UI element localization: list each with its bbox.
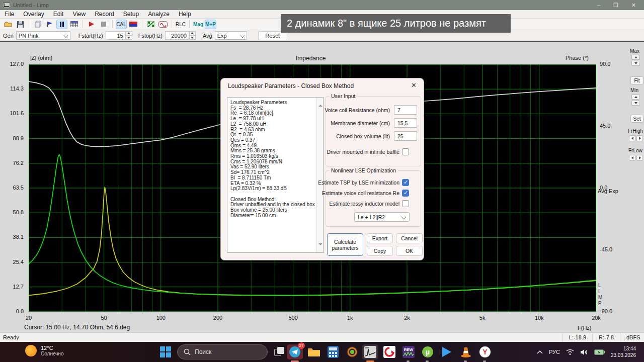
taskbar-icon-eye-app[interactable] bbox=[344, 344, 360, 359]
task-view-button[interactable] bbox=[274, 347, 284, 357]
taskbar-icon-rew[interactable]: REW bbox=[400, 344, 417, 359]
menu-item[interactable]: Overlay bbox=[19, 11, 48, 18]
parameters-textarea[interactable]: Loudspeaker ParametersFs = 28.76 HzRe = … bbox=[227, 97, 324, 253]
restore-button[interactable]: ❐ bbox=[613, 2, 618, 9]
frlow-label: FrLow bbox=[628, 148, 642, 153]
red-blue-bars-icon bbox=[129, 22, 137, 27]
app-icon bbox=[3, 3, 10, 8]
speaker-icon[interactable] bbox=[580, 349, 588, 355]
clock[interactable]: 13:44 23.03.2026 bbox=[611, 345, 636, 358]
open-button[interactable] bbox=[3, 20, 14, 29]
avg-select[interactable]: Exp bbox=[215, 31, 247, 40]
start-button[interactable] bbox=[160, 346, 171, 357]
taskbar-icon-utorrent[interactable]: µ bbox=[420, 344, 436, 359]
y-right-tick-label: -90.0 bbox=[600, 308, 612, 314]
taskbar-icon-arta-limp[interactable] bbox=[362, 344, 378, 359]
taskbar-icon-yandex[interactable]: Y bbox=[477, 344, 493, 359]
taskbar-icon-vlc[interactable] bbox=[458, 344, 474, 359]
fstop-label: Fstop(Hz) bbox=[138, 33, 163, 39]
green-percent-icon bbox=[147, 21, 154, 27]
toolbar-separator bbox=[112, 20, 113, 28]
weather-temp: 12°C bbox=[41, 345, 63, 351]
ok-button[interactable]: OK bbox=[396, 246, 423, 256]
inductor-model-select[interactable]: Le + L2||R2 bbox=[354, 212, 410, 222]
menu-item[interactable]: Analyze bbox=[143, 11, 174, 18]
estimate-re-checkbox[interactable] bbox=[402, 190, 409, 197]
toolbar-separator bbox=[172, 20, 172, 28]
pause-button[interactable] bbox=[56, 20, 67, 29]
taskbar-icon-media-player[interactable] bbox=[439, 344, 455, 359]
chart-title: Impedance bbox=[296, 55, 326, 62]
magnitude-button[interactable]: Mag bbox=[193, 20, 204, 29]
closed-box-volume-input[interactable]: 25 bbox=[394, 131, 417, 141]
taskbar-icon-calculator[interactable] bbox=[325, 344, 341, 359]
minimize-button[interactable]: – bbox=[597, 2, 600, 9]
fstop-input[interactable]: 20000 bbox=[165, 31, 189, 40]
infinite-baffle-checkbox[interactable] bbox=[402, 148, 409, 155]
tray-expand-icon[interactable] bbox=[537, 350, 543, 354]
menu-item[interactable]: Setup bbox=[119, 11, 143, 18]
set-button[interactable]: Set bbox=[630, 115, 643, 123]
overlay-flag-button[interactable] bbox=[44, 20, 55, 29]
membrane-diameter-input[interactable]: 15,5 bbox=[394, 118, 417, 128]
weather-widget[interactable]: 12°C Солнечно bbox=[25, 345, 63, 356]
max-spinner[interactable] bbox=[631, 55, 640, 66]
rlc-button[interactable]: RLC bbox=[175, 20, 186, 29]
search-box[interactable]: Поиск bbox=[177, 344, 268, 359]
magnitude-phase-button[interactable]: M+P bbox=[205, 20, 216, 29]
cancel-button[interactable]: Cancel bbox=[396, 233, 423, 243]
measurement-button[interactable] bbox=[145, 20, 156, 29]
loudspeaker-parameters-dialog: Loudspeaker Parameters - Closed Box Meth… bbox=[220, 78, 424, 260]
frlow-arrows[interactable] bbox=[629, 155, 643, 161]
min-spinner[interactable] bbox=[631, 95, 640, 106]
taskbar-icon-refresh-app[interactable] bbox=[381, 344, 397, 359]
copy-button[interactable] bbox=[32, 20, 43, 29]
signal-generator-button[interactable] bbox=[157, 20, 169, 29]
menu-item[interactable]: View bbox=[68, 11, 90, 18]
scroll-up-icon[interactable] bbox=[318, 99, 323, 105]
y-left-tick-label: 50.8 bbox=[13, 209, 24, 215]
menu-item[interactable]: Help bbox=[174, 11, 196, 18]
menu-item[interactable]: Edit bbox=[49, 11, 68, 18]
scrollbar[interactable] bbox=[316, 98, 323, 252]
fstart-input[interactable]: 15 bbox=[106, 31, 126, 40]
estimate-tsp-checkbox[interactable] bbox=[402, 179, 409, 186]
frhigh-arrows[interactable] bbox=[629, 135, 643, 141]
fstart-spinner[interactable] bbox=[126, 31, 132, 40]
language-indicator[interactable]: РУС bbox=[549, 349, 560, 355]
level-right: R:-7.8 bbox=[592, 333, 620, 342]
rew-icon: REW bbox=[403, 346, 415, 358]
level-left: L:-18.9 bbox=[562, 333, 592, 342]
menu-item[interactable]: File bbox=[0, 11, 19, 18]
taskbar-icon-telegram[interactable]: 27 bbox=[287, 344, 303, 359]
table-view-button[interactable] bbox=[68, 20, 79, 29]
save-button[interactable] bbox=[15, 20, 26, 29]
menu-item[interactable]: Record bbox=[90, 11, 119, 18]
generator-select[interactable]: PN Pink bbox=[16, 31, 70, 40]
battery-icon[interactable] bbox=[594, 349, 605, 355]
voice-coil-resistance-input[interactable]: 7 bbox=[394, 105, 417, 115]
fit-button[interactable]: Fit bbox=[630, 76, 643, 84]
taskbar-icon-explorer[interactable] bbox=[306, 344, 322, 359]
avg-mode-label: Avg:Exp bbox=[598, 188, 618, 194]
fstop-spinner[interactable] bbox=[189, 31, 196, 40]
record-button[interactable] bbox=[86, 20, 97, 29]
flag-icon bbox=[47, 21, 53, 27]
estimate-lossy-inductor-checkbox[interactable] bbox=[402, 200, 409, 207]
y-left-tick-label: 0.0 bbox=[16, 308, 24, 314]
y-axis-title-right: Phase (°) bbox=[566, 55, 589, 61]
parameter-line: L2 = 758.00 uH bbox=[230, 122, 316, 127]
generator-setup-button[interactable] bbox=[128, 20, 139, 29]
y-right-tick-label: 45.0 bbox=[600, 123, 610, 129]
calibrate-button[interactable]: CAL bbox=[116, 20, 127, 29]
copy-button[interactable]: Copy bbox=[367, 246, 393, 256]
fstart-label: Fstart(Hz) bbox=[78, 33, 103, 39]
stop-button[interactable] bbox=[98, 20, 109, 29]
wifi-icon[interactable] bbox=[566, 349, 574, 355]
scroll-down-icon[interactable] bbox=[318, 245, 323, 251]
export-button[interactable]: Export bbox=[367, 233, 393, 243]
close-button[interactable]: ✕ bbox=[631, 2, 636, 9]
calculate-parameters-button[interactable]: Calculate parameters bbox=[327, 233, 363, 256]
dialog-close-button[interactable]: ✕ bbox=[411, 81, 417, 89]
inductor-model-value: Le + L2||R2 bbox=[358, 214, 385, 220]
